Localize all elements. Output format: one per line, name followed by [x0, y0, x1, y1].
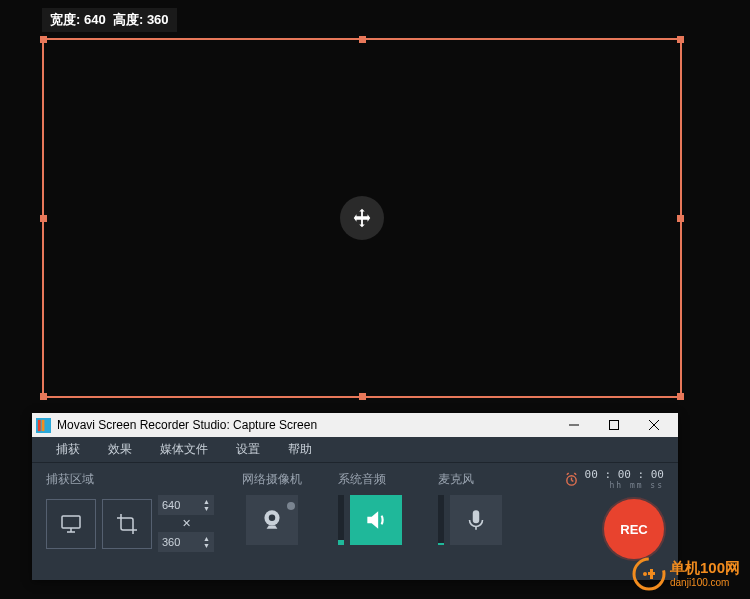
- monitor-icon: [59, 512, 83, 536]
- svg-rect-23: [648, 572, 655, 575]
- maximize-button[interactable]: [594, 413, 634, 437]
- svg-line-17: [571, 480, 573, 481]
- mic-label: 麦克风: [438, 471, 502, 487]
- microphone-icon: [463, 507, 489, 533]
- menu-effects[interactable]: 效果: [94, 441, 146, 458]
- dimension-overlay-label: 宽度: 640 高度: 360: [42, 8, 177, 32]
- stepper-arrows-icon[interactable]: ▲▼: [203, 535, 210, 549]
- move-region-handle[interactable]: [340, 196, 384, 240]
- resize-handle-tl[interactable]: [40, 36, 47, 43]
- watermark-url: danji100.com: [670, 577, 740, 588]
- menu-capture[interactable]: 捕获: [42, 441, 94, 458]
- watermark-title: 单机100网: [670, 560, 740, 577]
- alarm-icon[interactable]: [564, 472, 579, 487]
- stepper-arrows-icon[interactable]: ▲▼: [203, 498, 210, 512]
- menu-media[interactable]: 媒体文件: [146, 441, 222, 458]
- svg-point-12: [269, 515, 276, 522]
- main-panel: 捕获区域 640▲▼ ✕ 360▲▼ 网络摄像机: [32, 463, 678, 580]
- swap-dimensions-button[interactable]: ✕: [158, 517, 214, 530]
- mic-level[interactable]: [438, 495, 444, 545]
- minimize-button[interactable]: [554, 413, 594, 437]
- mic-toggle[interactable]: [450, 495, 502, 545]
- resize-handle-mr[interactable]: [677, 215, 684, 222]
- speaker-icon: [363, 507, 389, 533]
- webcam-label: 网络摄像机: [242, 471, 302, 487]
- sysaudio-toggle[interactable]: [350, 495, 402, 545]
- menu-settings[interactable]: 设置: [222, 441, 274, 458]
- sysaudio-label: 系统音频: [338, 471, 402, 487]
- watermark: 单机100网 danji100.com: [632, 557, 740, 591]
- height-input[interactable]: 360▲▼: [158, 532, 214, 552]
- fullscreen-button[interactable]: [46, 499, 96, 549]
- svg-point-21: [643, 572, 647, 576]
- window-title: Movavi Screen Recorder Studio: Capture S…: [57, 418, 554, 432]
- crop-icon: [115, 512, 139, 536]
- sysaudio-level[interactable]: [338, 495, 344, 545]
- capture-region-border[interactable]: [42, 38, 682, 398]
- resize-handle-tm[interactable]: [359, 36, 366, 43]
- resize-handle-ml[interactable]: [40, 215, 47, 222]
- width-input[interactable]: 640▲▼: [158, 495, 214, 515]
- timer-display: 00 : 00 : 00 hh mm ss: [585, 468, 664, 490]
- svg-rect-2: [42, 419, 45, 430]
- titlebar[interactable]: Movavi Screen Recorder Studio: Capture S…: [32, 413, 678, 437]
- webcam-icon: [259, 507, 285, 533]
- svg-rect-13: [473, 510, 480, 523]
- app-window: Movavi Screen Recorder Studio: Capture S…: [32, 413, 678, 580]
- close-button[interactable]: [634, 413, 674, 437]
- menubar: 捕获 效果 媒体文件 设置 帮助: [32, 437, 678, 463]
- move-icon: [351, 207, 373, 229]
- resize-handle-bm[interactable]: [359, 393, 366, 400]
- gear-icon[interactable]: [286, 497, 296, 507]
- capture-area-label: 捕获区域: [46, 471, 232, 487]
- svg-rect-4: [610, 421, 619, 430]
- resize-handle-tr[interactable]: [677, 36, 684, 43]
- record-button[interactable]: REC: [604, 499, 664, 559]
- menu-help[interactable]: 帮助: [274, 441, 326, 458]
- svg-rect-7: [62, 516, 80, 528]
- resize-handle-bl[interactable]: [40, 393, 47, 400]
- resize-handle-br[interactable]: [677, 393, 684, 400]
- webcam-toggle[interactable]: [246, 495, 298, 545]
- watermark-logo-icon: [632, 557, 666, 591]
- app-icon: [36, 418, 51, 433]
- svg-line-18: [566, 472, 568, 474]
- svg-rect-1: [38, 419, 41, 430]
- svg-point-10: [287, 502, 295, 510]
- svg-line-19: [574, 472, 576, 474]
- crop-button[interactable]: [102, 499, 152, 549]
